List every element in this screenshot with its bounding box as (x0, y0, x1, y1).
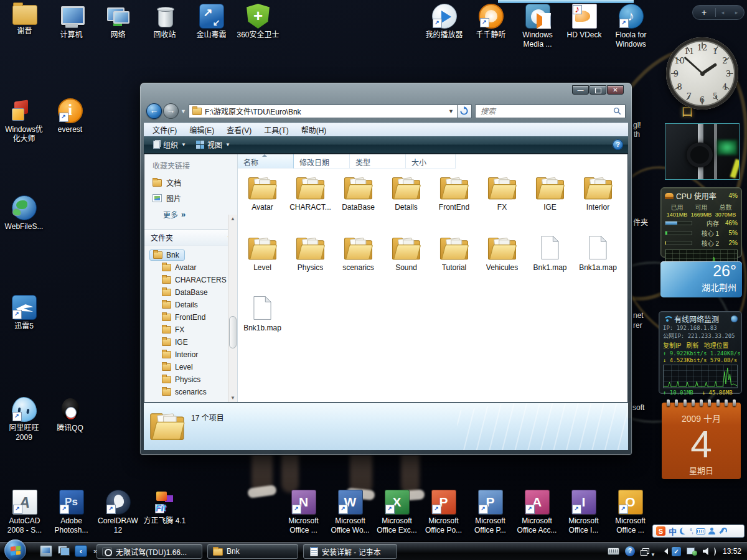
help-button[interactable]: ? (613, 139, 623, 150)
more-links[interactable]: 更多 » (144, 206, 237, 224)
soft-keyboard-icon[interactable] (696, 528, 705, 534)
desktop-icon[interactable]: Microsoft Office ... (607, 490, 654, 535)
file-item[interactable]: Bnk1a.map (574, 231, 622, 292)
task-button[interactable]: 无限试驾(TDU)1.66... (96, 544, 202, 559)
tree-item[interactable]: Physics (158, 374, 204, 385)
calendar-gadget[interactable]: 2009 十月 4 星期日 (662, 403, 741, 479)
desktop-icon[interactable]: CorelDRAW 12 (95, 490, 141, 535)
file-item[interactable]: Vehicules (478, 231, 526, 292)
desktop-icon[interactable]: Microsoft Office Po... (420, 490, 467, 535)
desktop-icon[interactable]: Microsoft Office Acc... (514, 490, 560, 535)
file-item[interactable]: Sound (382, 231, 430, 292)
desktop-icon[interactable]: 千千静听 (467, 4, 514, 49)
tree-item[interactable]: Interior (158, 349, 202, 360)
task-button[interactable]: 安装详解 - 记事本 (303, 544, 397, 559)
desktop-icon[interactable]: Floola for Windows (608, 4, 654, 49)
back-button[interactable]: ← (146, 103, 162, 119)
clock-gadget[interactable]: 123456789101112 (666, 37, 738, 110)
desktop-icon[interactable]: Microsoft Office Wo... (327, 490, 374, 535)
desktop-icon[interactable]: 360安全卫士 (235, 4, 281, 40)
column-header[interactable]: 大小 (406, 154, 456, 169)
ime-mode-chinese[interactable]: 中 (669, 525, 677, 537)
file-item[interactable]: scenarics (334, 231, 382, 292)
tree-item[interactable]: Avatar (158, 262, 200, 273)
file-item[interactable]: Interior (574, 171, 622, 231)
show-desktop-icon[interactable] (40, 545, 52, 557)
menu-item[interactable]: 查看(V) (220, 123, 258, 136)
file-item[interactable]: IGE (526, 171, 574, 231)
punctuation-icon[interactable]: °, (690, 528, 693, 534)
search-box[interactable] (475, 105, 626, 118)
scroll-down-arrow[interactable]: ▼ (228, 395, 237, 401)
cpu-meter-gadget[interactable]: CPU 使用率 4% 已用 可用 总数 1401MB 1669MB 3070MB… (660, 187, 742, 258)
desktop-icon[interactable]: 阿里旺旺 2009 (1, 397, 47, 442)
file-item[interactable]: FrontEnd (430, 171, 478, 231)
menu-item[interactable]: 文件(F) (146, 123, 183, 136)
organize-button[interactable]: 组织 ▼ (149, 138, 190, 152)
menu-item[interactable]: 编辑(E) (183, 123, 220, 136)
ime-skin-icon[interactable] (708, 528, 715, 534)
column-header[interactable]: 名称 (238, 154, 294, 169)
file-item[interactable]: Avatar (238, 171, 286, 231)
desktop-icon[interactable]: Microsoft Office ... (280, 490, 327, 535)
menu-item[interactable]: 工具(T) (258, 123, 294, 136)
desktop-icon[interactable]: 网络 (95, 4, 141, 40)
file-item[interactable]: CHARACT... (286, 171, 334, 231)
tree-item[interactable]: Bnk (149, 250, 185, 261)
file-item[interactable]: Physics (286, 231, 334, 292)
address-path[interactable]: F:\游戏原文件\TDU\Euro\Bnk (205, 106, 445, 116)
refresh-button[interactable] (458, 105, 472, 118)
file-item[interactable]: Tutorial (430, 231, 478, 292)
close-button[interactable]: ✕ (607, 85, 624, 95)
desktop-icon[interactable]: 迅雷5 (1, 295, 47, 331)
ime-settings-icon[interactable] (718, 528, 725, 534)
tree-item[interactable]: scenarics (158, 386, 210, 398)
network-monitor-gadget[interactable]: 有线网络监测 IP: 192.168.1.83 公网IP: 221.233.33… (659, 311, 742, 394)
address-bar[interactable]: F:\游戏原文件\TDU\Euro\Bnk ▼ (189, 105, 458, 118)
desktop-icon[interactable]: Windows优 化大师 (1, 98, 47, 144)
desktop-icon[interactable]: everest (47, 98, 93, 134)
search-input[interactable] (479, 106, 613, 116)
tray-dropdown-icon[interactable]: ▼ (651, 552, 655, 558)
volume-tray-icon[interactable] (703, 548, 712, 556)
address-dropdown-icon[interactable]: ▼ (448, 108, 454, 114)
scrollbar-thumb[interactable] (229, 316, 237, 348)
tree-item[interactable]: FX (158, 324, 188, 335)
file-item[interactable]: Details (382, 171, 430, 231)
desktop-icon[interactable]: 计算机 (48, 4, 95, 40)
desktop-icon[interactable]: 腾讯QQ (47, 397, 93, 433)
network-link[interactable]: 复制IP (663, 340, 681, 350)
tree-item[interactable]: Level (158, 362, 197, 373)
desktop-icon[interactable]: 谢晋 (1, 4, 48, 40)
switch-windows-icon[interactable] (57, 545, 70, 557)
column-header[interactable]: 修改日期 (294, 154, 350, 169)
maximize-button[interactable] (590, 85, 606, 95)
file-item[interactable]: Bnk1b.map (238, 292, 286, 352)
quick-launch-app-icon[interactable]: ‹ (75, 545, 87, 557)
file-item[interactable]: DataBase (334, 171, 382, 231)
forward-button[interactable]: → (163, 103, 179, 119)
desktop-icon[interactable]: Microsoft Office I... (560, 490, 607, 535)
fullwidth-moon-icon[interactable] (680, 528, 687, 534)
scroll-up-arrow[interactable]: ▲ (228, 216, 237, 222)
desktop-icon[interactable]: 我的播放器 (421, 4, 467, 49)
add-gadget-button[interactable]: + (693, 7, 715, 17)
kingsoft-tray-icon[interactable]: ✓ (672, 547, 681, 556)
tree-item[interactable]: DataBase (158, 287, 212, 298)
tree-item[interactable]: CHARACTERS (158, 274, 230, 286)
desktop-icon[interactable]: Adobe Photosh... (48, 490, 95, 535)
network-link[interactable]: 刷新 (686, 340, 698, 350)
network-tray-icon[interactable] (687, 548, 697, 556)
desktop-icon[interactable]: AutoCAD 2008 - S... (1, 490, 48, 535)
favorite-link[interactable]: 文档 (144, 175, 237, 190)
taskbar-clock[interactable]: 13:52 (723, 547, 741, 556)
desktop-icon[interactable]: Windows Media ... (514, 4, 561, 49)
prev-page-button[interactable]: ◂ (716, 9, 730, 16)
folders-band[interactable]: 文件夹 ▼ (144, 229, 237, 246)
column-header[interactable]: 类型 (350, 154, 406, 169)
tree-item[interactable]: Details (158, 299, 202, 310)
desktop-icon[interactable]: HD VDeck (561, 4, 608, 49)
next-page-button[interactable]: ▸ (730, 9, 743, 16)
keyboard-tray-icon[interactable] (608, 548, 619, 555)
tree-scrollbar[interactable]: ▲ ▼ (228, 215, 237, 402)
